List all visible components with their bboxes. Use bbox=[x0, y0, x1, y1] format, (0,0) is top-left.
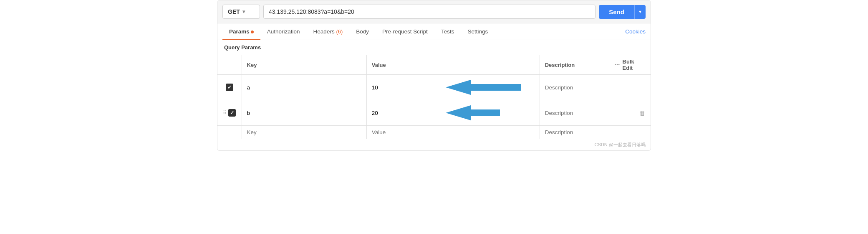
value-input-a[interactable] bbox=[372, 84, 442, 91]
main-container: GET ▾ Send ▾ Params Authorization Header… bbox=[217, 0, 651, 151]
method-chevron-icon: ▾ bbox=[242, 9, 245, 15]
svg-marker-1 bbox=[446, 105, 500, 120]
query-params-heading: Query Params bbox=[217, 40, 651, 55]
key-input-b[interactable] bbox=[247, 110, 361, 116]
table-row: ✓ bbox=[217, 75, 651, 100]
actions-cell-a bbox=[609, 75, 651, 100]
request-bar: GET ▾ Send ▾ bbox=[217, 0, 651, 23]
value-cell-a bbox=[366, 75, 540, 100]
send-button[interactable]: Send bbox=[599, 5, 634, 19]
send-dropdown-button[interactable]: ▾ bbox=[634, 5, 646, 19]
tab-prerequest[interactable]: Pre-request Script bbox=[376, 23, 434, 40]
cookies-link[interactable]: Cookies bbox=[625, 23, 646, 40]
tab-tests[interactable]: Tests bbox=[434, 23, 461, 40]
col-header-actions: ··· Bulk Edit bbox=[609, 55, 651, 75]
table-row bbox=[217, 126, 651, 139]
footer-text: CSDN @一起去看日落吗 bbox=[595, 142, 646, 147]
col-header-key: Key bbox=[242, 55, 366, 75]
desc-cell-empty bbox=[540, 126, 609, 139]
key-input-a[interactable] bbox=[247, 84, 361, 91]
value-input-empty[interactable] bbox=[372, 129, 535, 135]
tab-params[interactable]: Params bbox=[222, 23, 260, 40]
tabs-list: Params Authorization Headers (6) Body Pr… bbox=[222, 23, 625, 40]
col-header-check bbox=[217, 55, 242, 75]
key-cell-b bbox=[242, 100, 366, 126]
desc-input-empty[interactable] bbox=[545, 129, 604, 135]
checkbox-a[interactable]: ✓ bbox=[226, 84, 233, 91]
table-row: ⠿ ✓ bbox=[217, 100, 651, 126]
delete-row-b-icon[interactable]: 🗑 bbox=[639, 109, 646, 117]
col-header-value: Value bbox=[366, 55, 540, 75]
key-cell-a bbox=[242, 75, 366, 100]
tabs-bar: Params Authorization Headers (6) Body Pr… bbox=[217, 23, 651, 40]
tab-settings[interactable]: Settings bbox=[461, 23, 495, 40]
checkbox-b[interactable]: ✓ bbox=[228, 109, 236, 117]
more-options-icon[interactable]: ··· bbox=[614, 61, 620, 69]
headers-badge: (6) bbox=[336, 28, 343, 35]
value-cell-empty bbox=[366, 126, 540, 139]
tab-body[interactable]: Body bbox=[349, 23, 376, 40]
desc-input-b[interactable] bbox=[545, 110, 604, 116]
value-input-b[interactable] bbox=[372, 110, 442, 116]
bulk-edit-button[interactable]: Bulk Edit bbox=[623, 58, 646, 71]
value-cell-b bbox=[366, 100, 540, 126]
desc-cell-b bbox=[540, 100, 609, 126]
params-dot bbox=[251, 31, 254, 33]
desc-input-a[interactable] bbox=[545, 84, 604, 91]
svg-marker-0 bbox=[446, 80, 521, 95]
method-label: GET bbox=[228, 8, 240, 15]
desc-cell-a bbox=[540, 75, 609, 100]
arrow-icon-b bbox=[446, 104, 500, 122]
tab-authorization[interactable]: Authorization bbox=[260, 23, 307, 40]
method-selector[interactable]: GET ▾ bbox=[222, 5, 260, 19]
actions-cell-empty bbox=[609, 126, 651, 139]
key-cell-empty bbox=[242, 126, 366, 139]
col-header-description: Description bbox=[540, 55, 609, 75]
actions-cell-b: 🗑 bbox=[609, 100, 651, 126]
drag-handle-b[interactable]: ⠿ bbox=[223, 110, 227, 116]
tab-headers[interactable]: Headers (6) bbox=[307, 23, 350, 40]
key-input-empty[interactable] bbox=[247, 129, 361, 135]
footer: CSDN @一起去看日落吗 bbox=[217, 139, 651, 150]
send-button-group: Send ▾ bbox=[599, 5, 646, 19]
url-input[interactable] bbox=[263, 5, 595, 19]
params-table: Key Value Description ··· Bulk Edit ✓ bbox=[217, 55, 651, 139]
arrow-icon-a bbox=[446, 78, 521, 97]
